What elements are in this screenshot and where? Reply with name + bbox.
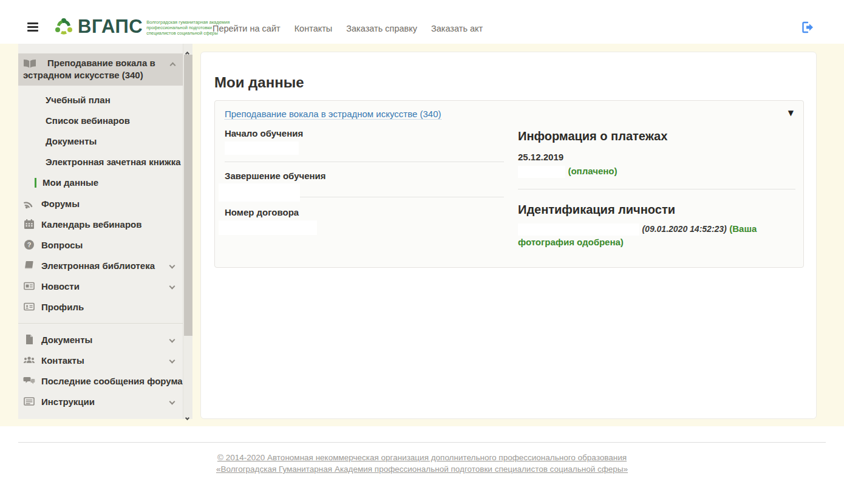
nav-link-order-certificate[interactable]: Заказать справку: [346, 24, 417, 33]
program-subnav: Учебный план Список вебинаров Документы …: [18, 90, 183, 193]
logo-text: ВГАПС: [78, 16, 143, 37]
chevron-down-icon: [169, 284, 175, 290]
calendar-icon: [23, 218, 35, 230]
nav-link-order-act[interactable]: Заказать акт: [431, 24, 483, 33]
page-title: Мои данные: [214, 74, 816, 91]
logo-icon: [53, 16, 74, 37]
logout-icon[interactable]: [800, 21, 814, 34]
field-contract-number: Номер договора: [225, 197, 504, 237]
scroll-down-icon[interactable]: [186, 411, 191, 416]
payment-date: 25.12.2019: [518, 152, 795, 162]
identity-heading: Идентификация личности: [518, 203, 795, 217]
field-label: Номер договора: [225, 207, 504, 217]
field-label: Завершение обучения: [225, 171, 504, 181]
messages-icon: [23, 375, 35, 387]
payments-identity-column: Информация о платежах 25.12.2019 (оплаче…: [518, 124, 795, 249]
news-icon: [23, 280, 35, 292]
sidebar-item-documents-sub[interactable]: Документы: [18, 131, 183, 152]
chevron-down-icon: [169, 358, 175, 364]
sidebar-item-elibrary[interactable]: Электронная библиотека: [18, 255, 183, 276]
footer-link-line2[interactable]: «Волгоградская Гуманитарная Академия про…: [0, 463, 844, 475]
field-end-date: Завершение обучения: [225, 162, 504, 197]
program-card-header: Преподавание вокала в эстрадном искусств…: [215, 101, 803, 124]
logo[interactable]: ВГАПС Волгоградская гуманитарная академи…: [53, 16, 230, 37]
field-label: Начало обучения: [225, 128, 504, 138]
identity-line: (09.01.2020 14:52:23) (Ваша фотография о…: [518, 222, 795, 249]
sidebar-divider: [18, 323, 183, 324]
sidebar-item-questions[interactable]: ? Вопросы: [18, 234, 183, 255]
nav-link-contacts[interactable]: Контакты: [294, 24, 333, 33]
content-area: Преподавание вокала в эстрадном искусств…: [0, 44, 844, 426]
page: ВГАПС Волгоградская гуманитарная академи…: [0, 0, 844, 504]
sidebar-item-instructions[interactable]: Инструкции: [18, 391, 183, 412]
sidebar-item-gradebook[interactable]: Электронная зачетная книжка: [18, 152, 183, 172]
chevron-down-icon: [169, 399, 175, 405]
contacts-icon: [23, 354, 35, 366]
sidebar-scrollbar[interactable]: [183, 44, 192, 419]
header: ВГАПС Волгоградская гуманитарная академи…: [0, 0, 844, 44]
library-icon: [23, 259, 35, 271]
question-icon: ?: [23, 239, 35, 251]
chevron-down-icon: [169, 263, 175, 269]
redacted-value: [219, 183, 300, 202]
identity-timestamp: (09.01.2020 14:52:23): [642, 224, 726, 234]
profile-icon: [23, 301, 35, 313]
sidebar-item-my-data[interactable]: Мои данные: [18, 172, 183, 193]
hamburger-bar: [27, 22, 38, 24]
sidebar-item-forums[interactable]: Форумы: [18, 193, 183, 214]
forum-icon: [23, 197, 35, 209]
main-panel: Мои данные Преподавание вокала в эстрадн…: [200, 52, 817, 419]
field-start-date: Начало обучения: [225, 124, 504, 162]
footer: © 2014-2020 Автономная некоммерческая ор…: [0, 452, 844, 475]
sidebar-item-webinar-calendar[interactable]: Календарь вебинаров: [18, 214, 183, 234]
chevron-down-icon: [185, 416, 189, 420]
sidebar-item-latest-forum-messages[interactable]: Последние сообщения форума: [18, 370, 183, 391]
svg-text:?: ?: [27, 241, 32, 248]
sidebar-item-webinar-list[interactable]: Список вебинаров: [18, 111, 183, 131]
sidebar-main-nav: Форумы Календар: [18, 193, 183, 317]
collapse-triangle-icon[interactable]: ▼: [788, 109, 794, 117]
sidebar-item-news[interactable]: Новости: [18, 276, 183, 296]
sidebar-item-profile[interactable]: Профиль: [18, 296, 183, 317]
training-fields-column: Начало обучения Завершение обучения Номе…: [225, 124, 504, 249]
scroll-up-icon[interactable]: [186, 47, 191, 52]
sidebar-program-header[interactable]: Преподавание вокала в эстрадном искусств…: [18, 53, 183, 86]
open-book-icon: [23, 59, 36, 69]
chevron-up-icon: [170, 63, 176, 69]
top-nav: Перейти на сайт Контакты Заказать справк…: [213, 24, 483, 33]
program-card: Преподавание вокала в эстрадном искусств…: [214, 100, 804, 268]
sidebar-item-curriculum[interactable]: Учебный план: [18, 90, 183, 111]
chevron-down-icon: [169, 337, 175, 343]
hamburger-icon[interactable]: [27, 22, 38, 32]
sidebar-item-contacts[interactable]: Контакты: [18, 350, 183, 370]
sidebar: Преподавание вокала в эстрадном искусств…: [18, 44, 183, 419]
program-title: Преподавание вокала в эстрадном искусств…: [23, 57, 167, 81]
redacted-value: [518, 223, 639, 236]
sidebar-item-documents[interactable]: Документы: [18, 329, 183, 350]
footer-link-line1[interactable]: © 2014-2020 Автономная некоммерческая ор…: [0, 452, 844, 463]
hamburger-bar: [27, 30, 38, 32]
hamburger-bar: [27, 26, 38, 28]
payment-line: (оплачено): [518, 166, 795, 178]
section-divider: [518, 189, 795, 189]
sidebar-bottom-nav: Документы Контакты: [18, 329, 183, 412]
nav-link-site[interactable]: Перейти на сайт: [213, 24, 281, 33]
redacted-value: [225, 141, 299, 155]
footer-divider: [18, 442, 826, 443]
redacted-value: [518, 166, 565, 178]
documents-icon: [23, 333, 35, 346]
instructions-icon: [23, 395, 35, 407]
redacted-value: [219, 220, 317, 235]
program-link[interactable]: Преподавание вокала в эстрадном искусств…: [225, 109, 441, 120]
payment-status: (оплачено): [568, 166, 617, 176]
scrollbar-thumb[interactable]: [184, 55, 192, 336]
payments-heading: Информация о платежах: [518, 129, 795, 143]
program-card-body: Начало обучения Завершение обучения Номе…: [215, 124, 803, 267]
